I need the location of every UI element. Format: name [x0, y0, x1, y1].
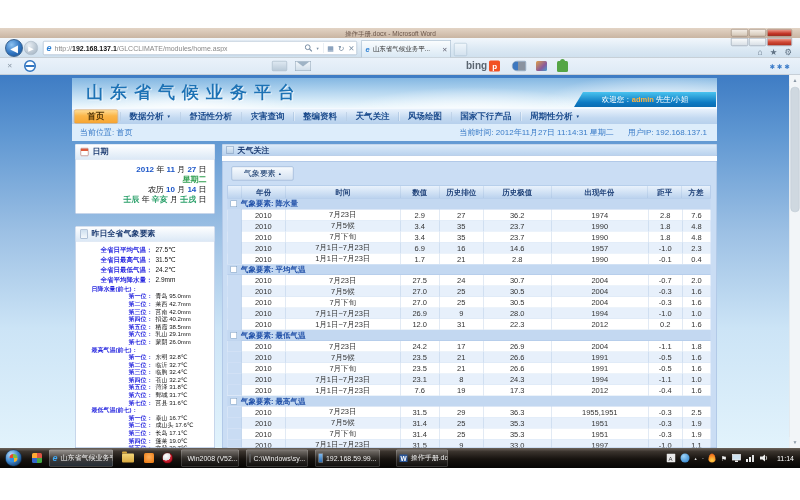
messenger-icon[interactable] — [681, 454, 690, 463]
taskbar-button-3[interactable]: 192.168.59.99... — [315, 450, 380, 467]
ie-minimize-button[interactable] — [731, 38, 748, 46]
word-close-button[interactable] — [767, 29, 792, 37]
taskbar-button-4[interactable]: W操作手册.docx .. — [396, 450, 448, 467]
cell: 2010 — [242, 297, 286, 308]
browser-tab[interactable]: e 山东省气候业务平... ✕ — [361, 40, 451, 58]
start-button[interactable] — [5, 450, 22, 467]
tab-favicon: e — [366, 45, 370, 54]
cell: 23.7 — [484, 220, 552, 231]
element-filter-button[interactable]: 气象要素▴ — [232, 167, 294, 181]
row-checkbox-cell — [228, 231, 242, 242]
address-bar[interactable]: e http://192.168.137.1/GLCCLIMATE/module… — [43, 41, 357, 55]
pinned-app-icon[interactable] — [32, 453, 42, 463]
cell: 7.6 — [683, 209, 711, 220]
show-hidden-icons[interactable]: ▴ — [695, 456, 697, 461]
volume-icon[interactable] — [760, 454, 769, 462]
player-app-icon[interactable] — [162, 453, 173, 464]
sidebar: 日期 2012 年 11 月 27 日 星期二 农历 10 月 14 日 壬辰 … — [75, 144, 215, 448]
ime-icon[interactable]: A — [667, 454, 676, 463]
mail-icon[interactable] — [295, 61, 311, 71]
addon-circle-icon[interactable] — [24, 60, 36, 72]
addon-paint-icon[interactable] — [536, 61, 547, 71]
page-scrollbar[interactable]: ▲ ▼ — [789, 75, 800, 448]
row-checkbox-cell — [228, 374, 242, 385]
nav-item-天气关注[interactable]: 天气关注 — [346, 109, 398, 125]
cell: 1990 — [552, 253, 649, 264]
favorites-star-icon[interactable]: ★ — [770, 48, 778, 57]
addon-puzzle-icon[interactable] — [557, 61, 568, 72]
card-icon[interactable] — [272, 61, 287, 71]
bing-logo: bing — [466, 60, 487, 72]
ie-maximize-button[interactable] — [749, 38, 766, 46]
nav-item-整编资料[interactable]: 整编资料 — [294, 109, 346, 125]
group-checkbox[interactable] — [231, 332, 238, 339]
cell: -0.7 — [649, 275, 683, 286]
cell: 7月1日~7月23日 — [286, 242, 401, 253]
group-checkbox[interactable] — [231, 398, 238, 405]
table-row: 20107月23日2.92736.219742.87.6 — [228, 209, 711, 220]
taskbar-button-0[interactable]: e山东省气候业务平... — [49, 450, 113, 467]
refresh-icon[interactable]: ↻ — [338, 44, 344, 53]
taskbar: e山东省气候业务平...Win2008 (V52...C:\Windows\sy… — [0, 448, 800, 468]
cell: 2010 — [242, 363, 286, 374]
scroll-down-icon[interactable]: ▼ — [790, 437, 800, 448]
nav-item-数据分析[interactable]: 数据分析▼ — [121, 109, 180, 125]
cell: 7月23日 — [286, 407, 401, 418]
taskbar-button-2[interactable]: C:\Windows\sy... — [246, 450, 308, 467]
nav-item-舒适性分析[interactable]: 舒适性分析 — [180, 109, 241, 125]
flame-icon[interactable] — [709, 454, 716, 463]
group-checkbox[interactable] — [231, 266, 238, 273]
group-checkbox[interactable] — [231, 200, 238, 207]
network-icon[interactable] — [746, 454, 755, 462]
media-app-icon[interactable] — [144, 453, 154, 463]
scroll-up-icon[interactable]: ▲ — [790, 75, 800, 86]
group-label: 气象要素: 降水量 — [241, 199, 298, 209]
cell: 25 — [440, 429, 484, 440]
table-row: 20107月5候3.43523.719901.84.8 — [228, 220, 711, 231]
word-maximize-button[interactable] — [749, 29, 766, 37]
nav-item-周期性分析[interactable]: 周期性分析▼ — [521, 109, 589, 125]
nav-item-灾害查询[interactable]: 灾害查询 — [241, 109, 293, 125]
bing-search-box[interactable]: bing p — [466, 60, 500, 72]
sidebar-section-header: 日降水量(前七)： — [78, 285, 213, 293]
nav-item-国家下行产品[interactable]: 国家下行产品 — [451, 109, 520, 125]
cell: 31.4 — [401, 418, 440, 429]
home-icon[interactable]: ⌂ — [758, 48, 763, 57]
new-tab-button[interactable] — [454, 43, 467, 56]
nav-item-首页[interactable]: 首页 — [74, 110, 118, 124]
search-icon[interactable] — [305, 44, 313, 52]
toolbar-overflow-icon[interactable]: ✱✱✱ — [770, 63, 792, 71]
dash-icon: - — [702, 455, 704, 461]
cell: 7月5候 — [286, 418, 401, 429]
taskbar-button-1[interactable]: Win2008 (V52... — [181, 450, 239, 467]
tab-close-icon[interactable]: ✕ — [442, 45, 447, 53]
addon-media-icon[interactable] — [512, 61, 526, 71]
row-checkbox-cell — [228, 242, 242, 253]
forward-button[interactable]: ▶ — [24, 41, 38, 55]
cell: 3.4 — [401, 220, 440, 231]
cell: 2004 — [552, 286, 649, 297]
search-dropdown-icon[interactable]: ▾ — [317, 46, 319, 51]
back-button[interactable]: ◀ — [5, 39, 23, 57]
nav-item-风场绘图[interactable]: 风场绘图 — [399, 109, 451, 125]
sidebar-section-header: 最低气温(前七)： — [78, 407, 213, 415]
cell: 26.6 — [484, 363, 552, 374]
cell: 35 — [440, 220, 484, 231]
close-toolbar-icon[interactable]: ✕ — [7, 62, 12, 70]
cell: 4.8 — [683, 231, 711, 242]
date-info: 2012 年 11 月 27 日 星期二 农历 10 月 14 日 壬辰 年 辛… — [76, 160, 215, 204]
cell: 25 — [440, 297, 484, 308]
settings-gear-icon[interactable]: ⚙ — [784, 48, 792, 57]
word-minimize-button[interactable] — [731, 29, 748, 37]
cell: 25 — [440, 286, 484, 297]
action-center-flag-icon[interactable]: ⚑ — [721, 454, 727, 462]
stop-icon[interactable]: ✕ — [348, 44, 354, 53]
row-checkbox-cell — [228, 220, 242, 231]
folder-icon[interactable] — [122, 454, 134, 463]
ie-close-button[interactable] — [767, 38, 792, 46]
calendar-icon — [81, 148, 89, 156]
compatibility-icon[interactable]: ▦ — [327, 44, 334, 52]
scrollbar-thumb[interactable] — [791, 87, 800, 212]
display-icon[interactable] — [732, 454, 741, 462]
group-label: 气象要素: 平均气温 — [241, 265, 306, 275]
